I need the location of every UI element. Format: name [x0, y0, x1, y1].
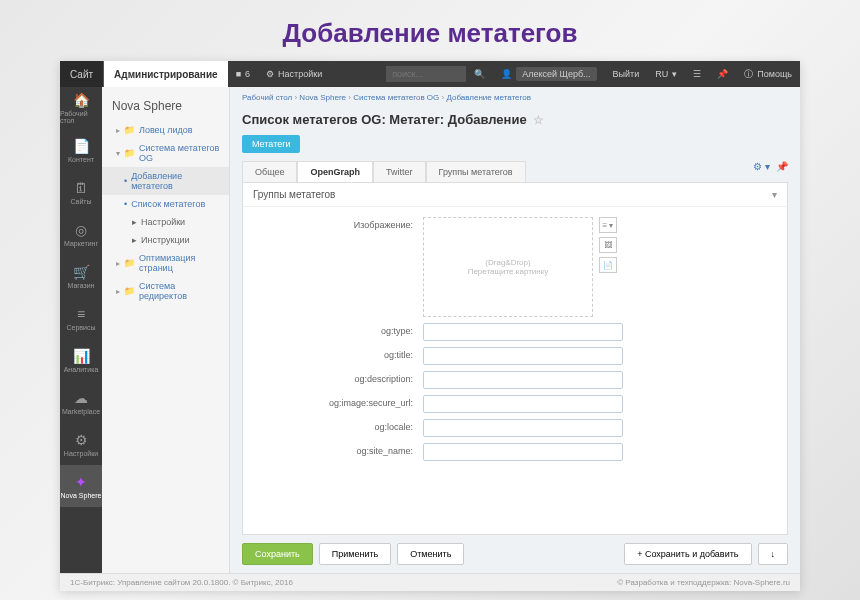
apply-button[interactable]: Применить	[319, 543, 392, 565]
user-icon: 👤	[501, 69, 512, 79]
label-og-description: og:description:	[263, 371, 423, 384]
search-go[interactable]: 🔍	[466, 69, 493, 79]
settings-link[interactable]: ⚙Настройки	[258, 69, 330, 79]
search-input[interactable]	[386, 66, 466, 82]
row-og-title: og:title:	[263, 347, 767, 365]
updates-indicator[interactable]: ■6	[228, 69, 258, 79]
label-og-title: og:title:	[263, 347, 423, 360]
input-og-site-name[interactable]	[423, 443, 623, 461]
save-add-button[interactable]: + Сохранить и добавить	[624, 543, 751, 565]
cart-icon: 🛒	[73, 264, 89, 280]
label-image: Изображение:	[263, 217, 423, 230]
pin-panel-icon[interactable]: 📌	[776, 161, 788, 172]
help-icon: ⓘ	[744, 68, 753, 81]
label-og-secure: og:image:secure_url:	[263, 395, 423, 408]
metatags-button[interactable]: Метатеги	[242, 135, 300, 153]
star-icon[interactable]: ☆	[533, 113, 544, 127]
tab-groups[interactable]: Группы метатегов	[426, 161, 526, 182]
rail-shop[interactable]: 🛒Магазин	[60, 255, 102, 297]
tab-general[interactable]: Общее	[242, 161, 297, 182]
label-og-site-name: og:site_name:	[263, 443, 423, 456]
image-tool-icon[interactable]: 🖼	[599, 237, 617, 253]
help-link[interactable]: ⓘПомощь	[736, 68, 800, 81]
lang-selector[interactable]: RU ▾	[647, 69, 685, 79]
label-og-type: og:type:	[263, 323, 423, 336]
input-og-description[interactable]	[423, 371, 623, 389]
rail-marketplace[interactable]: ☁Marketplace	[60, 381, 102, 423]
pin-icon[interactable]: 📌	[709, 69, 736, 79]
down-button[interactable]: ↓	[758, 543, 789, 565]
logout-link[interactable]: Выйти	[605, 69, 648, 79]
input-og-locale[interactable]	[423, 419, 623, 437]
search-box	[386, 66, 466, 82]
label-og-locale: og:locale:	[263, 419, 423, 432]
tree-list-meta[interactable]: • Список метатегов	[102, 195, 229, 213]
crumb-desktop[interactable]: Рабочий стол	[242, 93, 292, 102]
site-button[interactable]: Сайт	[60, 61, 104, 87]
tab-opengraph[interactable]: OpenGraph	[297, 161, 373, 182]
row-og-site-name: og:site_name:	[263, 443, 767, 461]
rail-nova-sphere[interactable]: ✦Nova Sphere	[60, 465, 102, 507]
sidebar: Nova Sphere ▸📁 Ловец лидов ▾📁 Система ме…	[102, 87, 230, 573]
target-icon: ◎	[73, 222, 89, 238]
rail-sites[interactable]: 🗓Сайты	[60, 171, 102, 213]
main-area: 🏠Рабочий стол 📄Контент 🗓Сайты ◎Маркетинг…	[60, 87, 800, 573]
cancel-button[interactable]: Отменить	[397, 543, 464, 565]
rail-marketing[interactable]: ◎Маркетинг	[60, 213, 102, 255]
section-header: Группы метатегов▾	[243, 183, 787, 207]
tree-leads[interactable]: ▸📁 Ловец лидов	[102, 121, 229, 139]
gear-icon: ⚙	[73, 432, 89, 448]
form-panel: Группы метатегов▾ Изображение: (Drag&Dro…	[242, 182, 788, 535]
image-dropzone[interactable]: (Drag&Drop) Перетащите картинку	[423, 217, 593, 317]
tree-optimization[interactable]: ▸📁 Оптимизация страниц	[102, 249, 229, 277]
image-tools: ≡ ▾ 🖼 📄	[599, 217, 617, 273]
content-area: Рабочий стол › Nova Sphere › Система мет…	[230, 87, 800, 573]
row-og-type: og:type:	[263, 323, 767, 341]
menu-tool-icon[interactable]: ≡ ▾	[599, 217, 617, 233]
updates-icon: ■	[236, 69, 241, 79]
rail-analytics[interactable]: 📊Аналитика	[60, 339, 102, 381]
footer: 1С-Битрикс: Управление сайтом 20.0.1800.…	[60, 573, 800, 591]
doc-icon: 📄	[73, 138, 89, 154]
crumb-add[interactable]: Добавление метатегов	[446, 93, 531, 102]
tree-og-system[interactable]: ▾📁 Система метатегов OG	[102, 139, 229, 167]
rail-settings[interactable]: ⚙Настройки	[60, 423, 102, 465]
tabs-tools: ⚙ ▾ 📌	[753, 161, 788, 172]
page-title: Добавление метатегов	[0, 0, 860, 61]
tabs: Общее OpenGraph Twitter Группы метатегов…	[230, 153, 800, 182]
input-og-secure[interactable]	[423, 395, 623, 413]
crumb-nova[interactable]: Nova Sphere	[299, 93, 346, 102]
tree-settings[interactable]: ▸ Настройки	[102, 213, 229, 231]
crumb-og[interactable]: Система метатегов OG	[353, 93, 439, 102]
tree-instructions[interactable]: ▸ Инструкции	[102, 231, 229, 249]
file-tool-icon[interactable]: 📄	[599, 257, 617, 273]
rail-desktop[interactable]: 🏠Рабочий стол	[60, 87, 102, 129]
sidebar-title: Nova Sphere	[102, 95, 229, 121]
user-menu[interactable]: 👤Алексей Щерб...	[493, 67, 604, 81]
collapse-section-icon[interactable]: ▾	[772, 189, 777, 200]
nova-icon: ✦	[73, 474, 89, 490]
rail-services[interactable]: ≡Сервисы	[60, 297, 102, 339]
tree-redirects[interactable]: ▸📁 Система редиректов	[102, 277, 229, 305]
collapse-icon: ▸	[116, 126, 120, 135]
expand-icon: ▾	[116, 149, 120, 158]
fav-icon[interactable]: ☰	[685, 69, 709, 79]
toolbar: Метатеги	[230, 135, 800, 153]
gear-icon: ⚙	[266, 69, 274, 79]
page-heading: Список метатегов OG: Метатег: Добавление…	[230, 108, 800, 135]
right-buttons: + Сохранить и добавить ↓	[624, 543, 788, 565]
input-og-type[interactable]	[423, 323, 623, 341]
chart-icon: 📊	[73, 348, 89, 364]
row-image: Изображение: (Drag&Drop) Перетащите карт…	[263, 217, 767, 317]
calendar-icon: 🗓	[73, 180, 89, 196]
save-button[interactable]: Сохранить	[242, 543, 313, 565]
row-og-locale: og:locale:	[263, 419, 767, 437]
rail-content[interactable]: 📄Контент	[60, 129, 102, 171]
settings-gear-icon[interactable]: ⚙ ▾	[753, 161, 770, 172]
breadcrumb: Рабочий стол › Nova Sphere › Система мет…	[230, 87, 800, 108]
input-og-title[interactable]	[423, 347, 623, 365]
cloud-icon: ☁	[73, 390, 89, 406]
tree-add-meta[interactable]: • Добавление метатегов	[102, 167, 229, 195]
admin-button[interactable]: Администрирование	[104, 61, 228, 87]
tab-twitter[interactable]: Twitter	[373, 161, 426, 182]
